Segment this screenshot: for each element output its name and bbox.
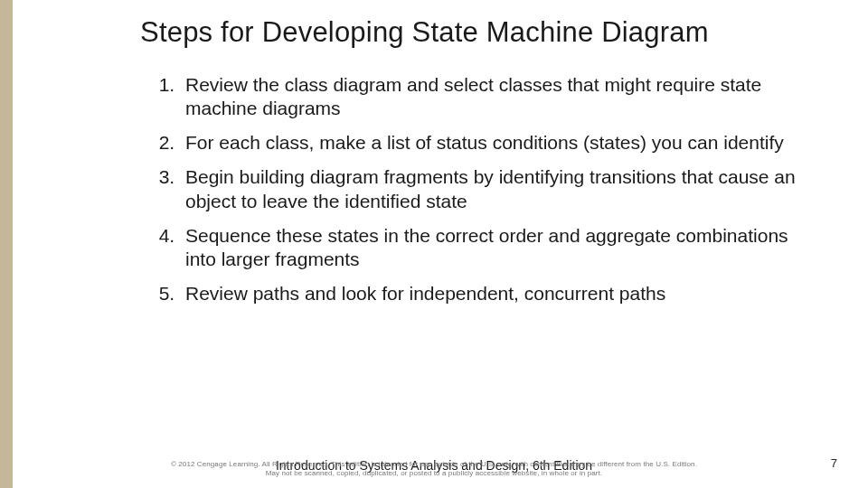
slide-content: Steps for Developing State Machine Diagr…: [140, 16, 796, 317]
list-item: Begin building diagram fragments by iden…: [180, 165, 796, 213]
sidebar-accent: [0, 0, 13, 488]
copyright-line2: May not be scanned, copied, duplicated, …: [266, 469, 602, 477]
list-item: For each class, make a list of status co…: [180, 131, 796, 155]
copyright-line1: © 2012 Cengage Learning. All Rights Rese…: [171, 460, 697, 468]
list-item: Sequence these states in the correct ord…: [180, 224, 796, 272]
list-item: Review the class diagram and select clas…: [180, 73, 796, 121]
steps-list: Review the class diagram and select clas…: [140, 73, 796, 306]
page-number: 7: [831, 456, 837, 470]
copyright-text: © 2012 Cengage Learning. All Rights Rese…: [171, 460, 697, 477]
footer: © 2012 Cengage Learning. All Rights Rese…: [0, 458, 868, 474]
list-item: Review paths and look for independent, c…: [180, 282, 796, 305]
slide-title: Steps for Developing State Machine Diagr…: [140, 16, 796, 50]
